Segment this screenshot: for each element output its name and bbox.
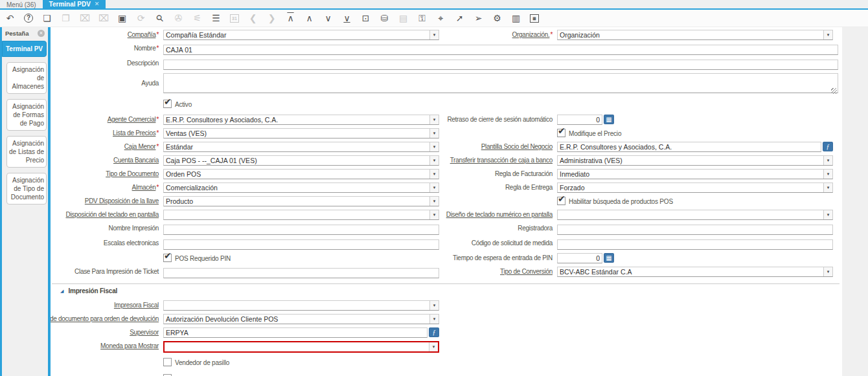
chevron-down-icon[interactable]: ▾ — [823, 210, 832, 219]
codigo-solicitud-input[interactable] — [557, 239, 833, 250]
regla-entrega-combo[interactable]: Forzado▾ — [557, 182, 833, 193]
habilitar-busqueda-checkbox[interactable]: ✔ — [557, 197, 565, 205]
cuenta-bancaria-combo[interactable]: Caja POS - --_CAJA 01 (VES)▾ — [163, 155, 439, 166]
sidebar-tab-terminal-pv[interactable]: Terminal PV — [2, 41, 47, 57]
new-record-icon[interactable]: ❏ — [42, 13, 52, 23]
sidebar-tab-asignacion-tipo-documento[interactable]: Asignación de Tipo de Documento — [6, 173, 47, 205]
sidebar-tab-asignacion-listas-precio[interactable]: Asignación de Listas de Precio — [6, 136, 47, 168]
calculator-icon[interactable]: ▦ — [604, 115, 614, 124]
field-label-compania[interactable]: Compañía* — [52, 30, 163, 38]
report-icon[interactable]: ≣ — [530, 14, 539, 23]
tiempo-pin-input[interactable] — [557, 253, 602, 263]
chevron-down-icon[interactable]: ▾ — [429, 210, 439, 219]
chevron-down-icon[interactable]: ▾ — [429, 183, 439, 192]
tipo-documento-combo[interactable]: Orden POS▾ — [163, 169, 439, 179]
product-info-icon[interactable]: ▥ — [511, 13, 521, 23]
modifique-precio-checkbox[interactable]: ✔ — [557, 129, 565, 137]
workflow-board-icon[interactable]: ⊡ — [361, 13, 371, 23]
transferir-caja-combo[interactable]: Administrativa (VES)▾ — [557, 155, 833, 166]
checkbox-es-pos-compartido[interactable]: Es POS compartido — [163, 373, 439, 376]
chevron-down-icon[interactable]: ▾ — [823, 156, 832, 165]
vendedor-pasillo-checkbox[interactable] — [163, 358, 172, 366]
moneda-mostrar-combo[interactable]: ▾ — [163, 341, 439, 353]
record-search-icon[interactable]: ƒ — [429, 327, 439, 337]
save-icon[interactable]: ▣ — [117, 13, 127, 23]
field-label-caja-menor[interactable]: Caja Menor* — [52, 142, 163, 150]
close-tab-icon[interactable]: ✕ — [95, 0, 100, 9]
chevron-down-icon[interactable]: ▾ — [429, 30, 439, 39]
chevron-down-icon[interactable]: ▾ — [429, 170, 439, 179]
chevron-down-icon[interactable]: ▾ — [823, 30, 832, 39]
send-mail-icon[interactable]: ➢ — [474, 13, 483, 23]
field-label-lista-precios[interactable]: Lista de Precios* — [52, 128, 163, 137]
field-label-supervisor[interactable]: Supervisor — [52, 327, 163, 336]
tab-terminal-pdv[interactable]: Terminal PDV ✕ — [43, 0, 106, 8]
plantilla-socio-input[interactable] — [557, 142, 821, 152]
field-label-pdv-disposicion[interactable]: PDV Disposición de la llave — [52, 196, 163, 205]
chevron-down-icon[interactable]: ▾ — [429, 156, 439, 165]
chevron-down-icon[interactable]: ▾ — [429, 197, 439, 206]
registradora-input[interactable] — [557, 225, 833, 235]
tab-menu[interactable]: Menú (36) — [0, 0, 43, 8]
chevron-down-icon[interactable]: ▾ — [823, 170, 832, 179]
checkbox-activo[interactable]: ✔ Activo — [163, 99, 439, 108]
field-label-disposicion-teclado[interactable]: Disposición del teclado en pantalla — [52, 210, 163, 218]
calculator-icon[interactable]: ▦ — [604, 253, 614, 263]
ayuda-textarea[interactable] — [163, 73, 838, 93]
impresora-fiscal-combo[interactable]: ▾ — [163, 300, 439, 311]
chevron-down-icon[interactable]: ▾ — [429, 115, 439, 124]
chevron-down-icon[interactable]: ▾ — [429, 315, 439, 324]
field-label-plantilla-socio[interactable]: Plantilla Socio del Negocio — [439, 142, 557, 150]
chevron-down-icon[interactable]: ▾ — [429, 301, 439, 310]
collapse-section-icon[interactable]: ◢ — [60, 289, 63, 294]
first-record-icon[interactable]: ∧ — [286, 13, 295, 23]
compania-combo[interactable]: Compañía Estándar▾ — [163, 30, 439, 40]
retraso-cierre-input[interactable] — [557, 115, 602, 125]
collapse-sidebar-icon[interactable]: × — [38, 30, 45, 37]
almacen-combo[interactable]: Comercialización▾ — [163, 182, 439, 193]
descripcion-input[interactable] — [163, 60, 838, 70]
field-label-moneda-mostrar[interactable]: Moneda para Mostrar — [52, 341, 163, 349]
clase-ticket-input[interactable] — [163, 268, 439, 278]
field-label-tipo-documento[interactable]: Tipo de Documento — [52, 169, 163, 177]
field-label-tipo-doc-devolucion[interactable]: Tipo de documento para orden de devoluci… — [52, 314, 163, 322]
workflow-icon[interactable]: ➚ — [455, 13, 464, 23]
nombre-input[interactable] — [163, 45, 838, 55]
escalas-input[interactable] — [163, 239, 439, 250]
chevron-down-icon[interactable]: ▾ — [429, 142, 439, 151]
parent-record-icon[interactable]: ∧ — [304, 13, 314, 23]
undo-icon[interactable]: ↶ — [5, 13, 15, 23]
caja-menor-combo[interactable]: Estándar▾ — [163, 142, 439, 152]
field-label-impresora-fiscal[interactable]: Impresora Fiscal — [52, 300, 163, 309]
nombre-impresion-input[interactable] — [163, 225, 439, 235]
field-label-organizacion[interactable]: Organización.* — [439, 30, 557, 38]
field-label-cuenta-bancaria[interactable]: Cuenta Bancaria — [52, 155, 163, 164]
activo-checkbox[interactable]: ✔ — [163, 100, 172, 108]
lista-precios-combo[interactable]: Ventas (VES)▾ — [163, 128, 439, 138]
sidebar-tab-asignacion-almacenes[interactable]: Asignación de Almacenes — [6, 62, 47, 94]
tipo-conversion-combo[interactable]: BCV-ABC Estándar C.A▾ — [557, 267, 833, 277]
field-label-tipo-conversion[interactable]: Tipo de Conversión — [439, 267, 557, 275]
chevron-down-icon[interactable]: ▾ — [823, 183, 832, 192]
resize-handle-icon[interactable] — [831, 88, 837, 94]
supervisor-input[interactable] — [163, 327, 428, 338]
field-label-almacen[interactable]: Almacén* — [52, 182, 163, 191]
disposicion-teclado-combo[interactable]: ▾ — [163, 210, 439, 220]
detail-record-icon[interactable]: ∨ — [323, 13, 333, 23]
chevron-down-icon[interactable]: ▾ — [823, 267, 832, 276]
find-icon[interactable]: ⚲ — [153, 11, 167, 25]
pdv-disposicion-combo[interactable]: Producto▾ — [163, 196, 439, 206]
regla-facturacion-combo[interactable]: Inmediato▾ — [557, 169, 833, 179]
last-record-icon[interactable]: ∨ — [342, 13, 352, 23]
diseno-teclado-combo[interactable]: ▾ — [557, 210, 833, 220]
checkbox-vendedor-pasillo[interactable]: Vendedor de pasillo — [163, 357, 439, 366]
checkbox-habilitar-busqueda[interactable]: ✔ Habilitar búsqueda de productos POS — [557, 196, 833, 205]
lock-icon[interactable]: ⚿ — [417, 13, 427, 23]
grid-toggle-icon[interactable]: ☰ — [211, 13, 221, 23]
sidebar-tab-asignacion-formas-pago[interactable]: Asignación de Formas de Pago — [6, 99, 47, 131]
help-icon[interactable]: ? — [24, 14, 33, 23]
field-label-agente-comercial[interactable]: Agente Comercial* — [52, 115, 163, 123]
organizacion-combo[interactable]: Organización▾ — [557, 30, 833, 40]
record-search-icon[interactable]: ƒ — [823, 142, 833, 151]
checkbox-pos-pin[interactable]: ✔ POS Requerido PIN — [163, 253, 439, 262]
